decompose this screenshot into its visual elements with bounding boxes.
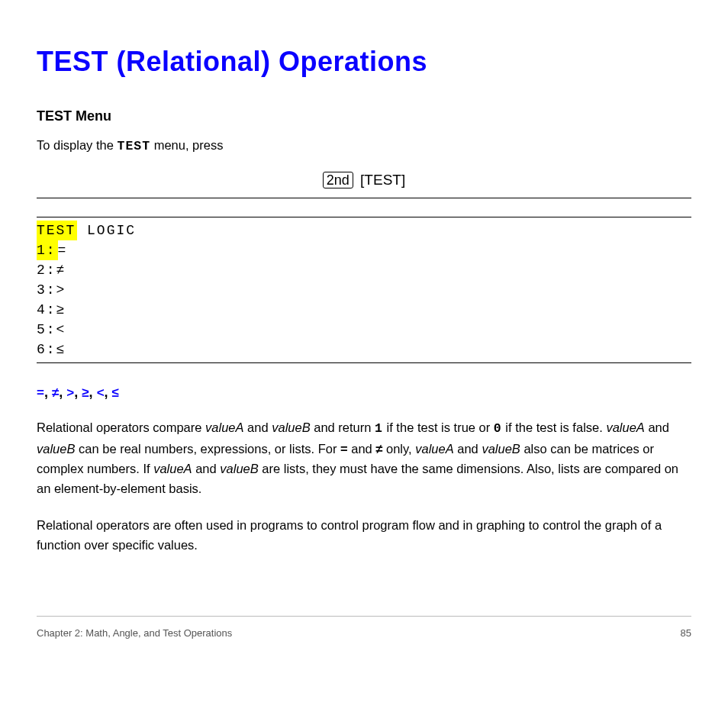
menu-tabs: TEST LOGIC <box>37 221 691 240</box>
text: if the test is false. <box>502 420 607 434</box>
keystroke-intro: To display the TEST menu, press <box>37 135 691 156</box>
tab-logic: LOGIC <box>87 223 136 238</box>
text: and <box>348 442 376 456</box>
text: To display the <box>37 138 117 152</box>
item-symbol: > <box>56 282 66 298</box>
valueA: valueA <box>153 462 192 475</box>
key-bracket-test: [TEST] <box>360 172 405 188</box>
text: and <box>454 442 482 456</box>
text: and <box>645 420 669 434</box>
valueA: valueA <box>415 442 453 456</box>
tab-test: TEST <box>37 221 77 240</box>
tok-le: ≤ <box>112 385 119 400</box>
menu-item-1: 1:= <box>37 240 691 260</box>
item-symbol: = <box>58 243 68 258</box>
menu-item-3: 3:> <box>37 280 691 300</box>
tok-gt: > <box>66 385 74 400</box>
text: and <box>192 462 221 475</box>
tok-lt: < <box>97 385 105 400</box>
tok-eq: = <box>37 385 44 400</box>
tok-ne: ≠ <box>52 385 59 400</box>
text: Relational operators compare <box>37 420 205 434</box>
menu-item-5: 5:< <box>37 320 691 340</box>
footer-left: Chapter 2: Math, Angle, and Test Operati… <box>37 627 232 639</box>
rule <box>37 198 691 198</box>
text: and <box>244 420 272 434</box>
paragraph-1: Relational operators compare valueA and … <box>37 417 691 498</box>
key-2nd: 2nd <box>323 172 353 188</box>
item-number: 6: <box>37 342 56 357</box>
footer-right: 85 <box>681 627 691 639</box>
item-number: 4: <box>37 302 56 317</box>
tok-ge: ≥ <box>82 385 89 400</box>
zero: 0 <box>494 421 502 436</box>
paragraph-2: Relational operators are often used in p… <box>37 515 691 555</box>
item-symbol: < <box>56 322 66 337</box>
valueB: valueB <box>220 462 258 475</box>
menu-item-4: 4:≥ <box>37 300 691 320</box>
text: if the test is true or <box>383 420 494 434</box>
valueB: valueB <box>272 420 310 434</box>
menu-item-2: 2:≠ <box>37 260 691 280</box>
item-number: 2: <box>37 263 56 278</box>
page-footer: Chapter 2: Math, Angle, and Test Operati… <box>37 623 691 639</box>
one: 1 <box>375 421 383 436</box>
item-symbol: ≥ <box>56 302 66 317</box>
text: can be real numbers, expressions, or lis… <box>75 442 340 456</box>
eq-token: = <box>340 442 348 456</box>
item-number: 3: <box>37 282 56 298</box>
page-title: TEST (Relational) Operations <box>37 46 691 78</box>
operators-subhead: =, ≠, >, ≥, <, ≤ <box>37 385 691 401</box>
menu-name: TEST <box>117 139 150 153</box>
item-symbol: ≤ <box>56 342 66 357</box>
item-number: 1: <box>37 240 58 260</box>
section-subhead: TEST Menu <box>37 108 691 124</box>
valueB: valueB <box>482 442 520 456</box>
keystroke-line: 2nd [TEST] <box>37 172 691 188</box>
valueA: valueA <box>606 420 644 434</box>
text: only, <box>382 442 415 456</box>
valueA: valueA <box>205 420 243 434</box>
valueB: valueB <box>37 442 75 456</box>
text: menu, press <box>150 138 223 152</box>
text: and return <box>311 420 375 434</box>
footer-rule <box>37 616 691 617</box>
item-number: 5: <box>37 322 56 337</box>
item-symbol: ≠ <box>56 263 66 278</box>
menu-item-6: 6:≤ <box>37 340 691 359</box>
calculator-menu: TEST LOGIC 1:= 2:≠ 3:> 4:≥ 5:< 6:≤ <box>37 217 691 363</box>
